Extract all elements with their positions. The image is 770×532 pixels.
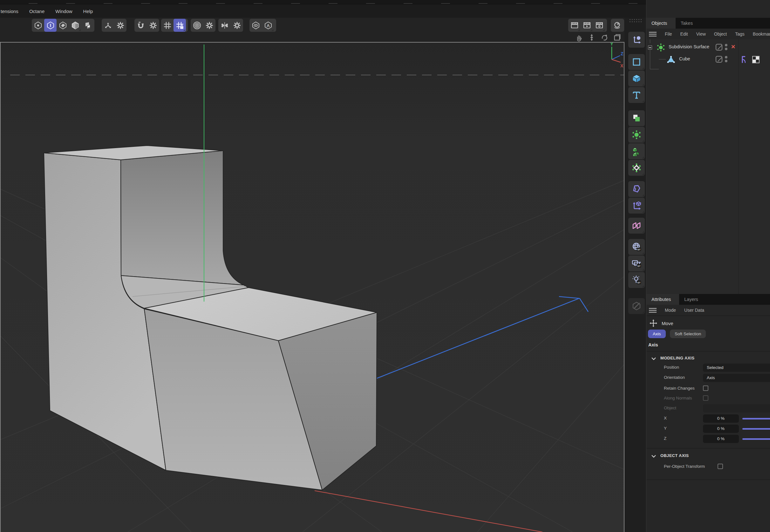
orbit-rotate-icon[interactable] [600, 33, 609, 42]
text-object-button[interactable] [628, 87, 645, 103]
position-label: Position [664, 365, 679, 370]
z-value-field[interactable]: 0 % [703, 435, 739, 443]
position-dropdown[interactable]: Selected [703, 364, 770, 372]
render-picture-viewer-button[interactable] [581, 19, 593, 32]
edit-toggle-icon[interactable] [716, 56, 722, 63]
y-value-field[interactable]: 0 % [703, 425, 739, 433]
render-view-button[interactable] [568, 19, 581, 32]
objects-manager: Objects Takes File Edit View Object Tags… [646, 18, 770, 294]
axis-workplane-button[interactable] [628, 198, 645, 214]
grid-button[interactable] [161, 19, 174, 32]
collapse-toggle[interactable] [648, 45, 652, 50]
subdivision-surface-button[interactable] [628, 127, 645, 143]
along-normals-label: Along Normals [664, 396, 692, 400]
menu-item-window[interactable]: Window [55, 9, 72, 14]
tab-attributes[interactable]: Attributes [646, 294, 679, 305]
interactive-render-button[interactable] [611, 19, 623, 32]
object-row: Object [646, 404, 770, 413]
axis-modify-button[interactable] [102, 19, 114, 32]
attributes-menu-mode[interactable]: Mode [665, 308, 676, 313]
array-generator-button[interactable] [628, 143, 645, 159]
points-mode-button[interactable] [32, 19, 44, 32]
menu-item-octane[interactable]: Octane [29, 9, 44, 14]
objects-hamburger-icon[interactable] [649, 32, 657, 37]
symmetry-button[interactable] [218, 19, 231, 32]
snap-settings-button[interactable] [147, 19, 159, 32]
texture-axis-mode-button[interactable] [81, 19, 94, 32]
falloff-settings-button[interactable] [203, 19, 215, 32]
per-object-transform-row: Per-Object Transform [646, 462, 770, 471]
svg-text:A: A [267, 23, 270, 28]
tab-takes[interactable]: Takes [676, 18, 701, 29]
model-mode-button[interactable] [69, 19, 81, 32]
render-group [568, 19, 607, 32]
objects-menu-tags[interactable]: Tags [735, 31, 745, 37]
stage-object-st-button[interactable]: ST [628, 256, 645, 271]
move-tool-button[interactable] [628, 32, 645, 48]
render-settings-button[interactable] [593, 19, 605, 32]
objects-menu-file[interactable]: File [665, 31, 672, 37]
per-object-transform-checkbox[interactable] [718, 464, 723, 469]
volume-mesh-button[interactable] [628, 181, 645, 197]
light-object-st-button[interactable]: ST [628, 272, 645, 288]
dolly-zoom-icon[interactable] [588, 33, 596, 42]
visibility-dots[interactable] [725, 44, 727, 51]
enable-toggle-red-x[interactable]: ✕ [731, 44, 735, 50]
modeling-axis-header[interactable]: MODELING AXIS [646, 354, 770, 363]
snap-button[interactable] [134, 19, 147, 32]
menu-item-help[interactable]: Help [83, 9, 93, 14]
y-label: Y [664, 426, 667, 431]
attributes-menu-user-data[interactable]: User Data [684, 308, 704, 313]
palette-drag-handle[interactable] [629, 18, 642, 23]
edge-mode-button[interactable] [44, 19, 57, 32]
menu-item-extensions[interactable]: tensions [1, 9, 18, 14]
axis-option-button[interactable]: Axis [648, 330, 666, 338]
svg-text:ST: ST [637, 248, 640, 251]
phong-tag-icon[interactable] [741, 55, 749, 64]
gear-icon [116, 21, 125, 30]
grid-lock-button[interactable] [174, 19, 186, 32]
retain-changes-checkbox[interactable] [703, 385, 708, 391]
tree-row-subdivision-surface[interactable]: Subdivision Surface ✕ [646, 41, 770, 53]
tab-layers[interactable]: Layers [679, 294, 706, 305]
eye-hexagon-icon [251, 21, 260, 30]
primitive-cube-button[interactable] [628, 71, 645, 86]
toggle-single-view-icon[interactable] [613, 33, 621, 42]
axis-modify-settings-button[interactable] [114, 19, 126, 32]
object-axis-header[interactable]: OBJECT AXIS [646, 452, 770, 461]
soft-selection-option-button[interactable]: Soft Selection [670, 330, 706, 338]
y-slider[interactable] [742, 428, 770, 430]
tab-objects[interactable]: Objects [646, 18, 676, 29]
pan-hand-icon[interactable] [575, 33, 583, 42]
sky-object-st-button[interactable]: ST [628, 239, 645, 255]
annotation-button[interactable]: A [262, 19, 274, 32]
x-slider[interactable] [742, 418, 770, 419]
tree-row-cube[interactable]: Cube [646, 53, 770, 65]
attributes-hamburger-icon[interactable] [649, 308, 657, 313]
visibility-dots[interactable] [725, 56, 727, 64]
falloff-button[interactable] [191, 19, 203, 32]
instance-button[interactable] [628, 218, 645, 234]
make-editable-button[interactable] [628, 298, 645, 314]
objects-menu-bookmarks[interactable]: Bookmar [753, 31, 770, 37]
perspective-viewport[interactable]: Y Z X [0, 42, 624, 532]
deformer-button[interactable] [628, 160, 645, 176]
objects-menu-view[interactable]: View [696, 31, 706, 37]
spline-rectangle-button[interactable] [628, 54, 645, 70]
object-label[interactable]: Subdivision Surface [669, 44, 709, 49]
polygon-cube-object-icon [667, 55, 675, 64]
gizmo-x-label: X [620, 63, 623, 68]
render-settings-icon [595, 21, 604, 30]
polygon-mode-button[interactable] [57, 19, 69, 32]
viewport-solo-button[interactable] [249, 19, 262, 32]
objects-menu-object[interactable]: Object [714, 31, 727, 37]
boole-generator-button[interactable] [628, 110, 645, 126]
object-label[interactable]: Cube [679, 56, 690, 61]
orientation-dropdown[interactable]: Axis [703, 374, 770, 382]
x-value-field[interactable]: 0 % [703, 414, 739, 423]
objects-menu-edit[interactable]: Edit [680, 31, 688, 37]
edit-toggle-icon[interactable] [716, 44, 722, 51]
uvw-tag-icon[interactable] [752, 55, 760, 64]
symmetry-settings-button[interactable] [231, 19, 243, 32]
z-slider[interactable] [742, 438, 770, 440]
